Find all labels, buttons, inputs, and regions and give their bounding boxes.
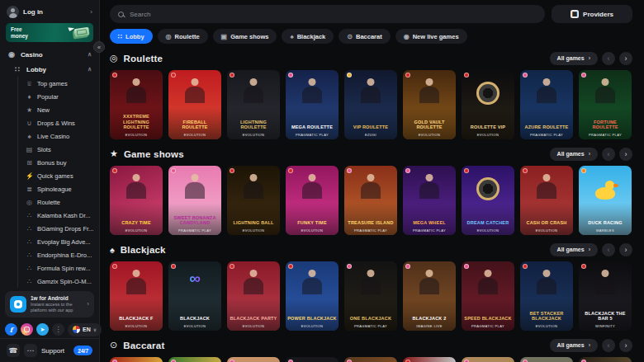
all-games-button[interactable]: All games› <box>550 148 598 161</box>
sidebar-item-live-casino[interactable]: ♠Live Casino <box>18 129 99 143</box>
game-card[interactable] <box>286 357 339 362</box>
login-button[interactable]: Log in › <box>0 0 99 23</box>
game-card[interactable] <box>462 357 514 362</box>
next-arrow-button[interactable]: › <box>619 243 632 256</box>
collapse-sidebar-button[interactable]: « <box>93 41 105 53</box>
chat-icon[interactable]: ⋯ <box>24 344 37 357</box>
next-arrow-button[interactable]: › <box>619 52 632 65</box>
sidebar-item-gamzix-spin[interactable]: ∴Gamzix Spin-O-M... <box>18 275 99 288</box>
card-art <box>126 270 146 294</box>
sidebar-item-spinoleague[interactable]: ≣Spinoleague <box>18 182 99 195</box>
sidebar-item-evoplay-big[interactable]: ∴Evoplay Big Adve... <box>18 235 99 248</box>
card-art <box>476 177 500 200</box>
game-card[interactable]: BlackjackEVOLUTION <box>168 261 221 331</box>
facebook-icon[interactable]: f <box>5 323 17 336</box>
prev-arrow-button[interactable]: ‹ <box>602 339 615 352</box>
more-socials-button[interactable]: ⋮ <box>52 323 64 336</box>
search-input[interactable] <box>130 11 537 18</box>
tab-lobby[interactable]: ∷Lobby <box>110 29 153 44</box>
game-card[interactable] <box>579 357 632 362</box>
sidebar-item-casino[interactable]: ◉ Casino ∧ <box>0 47 99 62</box>
game-row: Crazy TimeEVOLUTION Sweet Bonanza CandyL… <box>110 166 632 235</box>
prev-arrow-button[interactable]: ‹ <box>602 52 615 65</box>
game-card[interactable]: Crazy TimeEVOLUTION <box>110 166 163 235</box>
game-card[interactable] <box>520 357 573 362</box>
android-app-promo[interactable]: 1w for Android Instant access to the pla… <box>5 291 94 317</box>
game-card[interactable]: Blackjack FEVOLUTION <box>110 261 163 331</box>
game-card[interactable] <box>227 357 280 362</box>
phone-icon[interactable]: ☎ <box>7 344 20 357</box>
game-card[interactable]: Sweet Bonanza CandyLandPRAGMATIC PLAY <box>168 166 221 235</box>
language-selector[interactable]: EN ∨ <box>68 323 102 336</box>
game-card[interactable]: Blackjack The Bar 5WINFINITY <box>579 261 632 331</box>
game-card[interactable]: Fortune RoulettePRAGMATIC PLAY <box>579 70 632 139</box>
game-card[interactable] <box>110 357 163 362</box>
sidebar-item-endorphina[interactable]: ∴Endorphina E-Dro... <box>18 248 99 261</box>
game-card[interactable]: Azure RoulettePRAGMATIC PLAY <box>520 70 573 139</box>
diamond-icon: ♦ <box>26 93 33 101</box>
game-card[interactable]: Dream CatcherEVOLUTION <box>462 166 514 235</box>
game-card[interactable]: Lightning BallEVOLUTION <box>227 166 280 235</box>
game-card[interactable]: Mega RoulettePRAGMATIC PLAY <box>286 70 339 139</box>
next-arrow-button[interactable]: › <box>619 148 632 161</box>
sidebar-item-popular[interactable]: ♦Popular <box>18 90 99 103</box>
all-games-button[interactable]: All games› <box>550 339 598 352</box>
game-card[interactable]: Blackjack 2IMAGINE LIVE <box>403 261 456 331</box>
sidebar-item-formula-spin[interactable]: ∴Formula Spin rew... <box>18 261 99 275</box>
tab-game-shows[interactable]: ▣Game shows <box>213 29 277 44</box>
sidebar-item-slots[interactable]: ▤Slots <box>18 143 99 156</box>
game-card[interactable]: Power BlackjackEVOLUTION <box>286 261 339 331</box>
providers-button[interactable]: ▦ Providers <box>552 5 632 23</box>
sidebar-item-top-games[interactable]: ♕Top games <box>18 77 99 90</box>
tab-blackjack[interactable]: ♠Blackjack <box>282 29 334 44</box>
game-card[interactable]: Fireball RouletteEVOLUTION <box>168 70 221 139</box>
instagram-icon[interactable] <box>21 323 33 336</box>
game-card[interactable] <box>403 357 456 362</box>
support-label[interactable]: Support <box>41 347 64 355</box>
game-card[interactable]: XXXtreme Lightning RouletteEVOLUTION <box>110 70 163 139</box>
game-card[interactable]: One BlackjackPRAGMATIC PLAY <box>344 261 397 331</box>
sidebar-item-bonus-buy[interactable]: ⊞Bonus buy <box>18 156 99 169</box>
all-games-button[interactable]: All games› <box>550 243 598 256</box>
game-card[interactable]: Cash or CrashEVOLUTION <box>520 166 573 235</box>
card-art <box>361 78 381 103</box>
sidebar-item-new[interactable]: ★New <box>18 103 99 116</box>
game-card[interactable]: Funky TimeEVOLUTION <box>286 166 339 235</box>
game-row: XXXtreme Lightning RouletteEVOLUTION Fir… <box>110 70 632 139</box>
search-bar[interactable] <box>110 5 545 23</box>
game-card[interactable]: Treasure IslandPRAGMATIC PLAY <box>344 166 397 235</box>
next-arrow-button[interactable]: › <box>619 339 632 352</box>
sidebar-item-roulette[interactable]: ◎Roulette <box>18 195 99 209</box>
game-card[interactable]: Bet Stacker BlackjackEVOLUTION <box>520 261 573 331</box>
game-card[interactable] <box>344 357 397 362</box>
game-card[interactable]: VIP RouletteEZUGI <box>344 70 397 139</box>
prev-arrow-button[interactable]: ‹ <box>602 148 615 161</box>
tab-new-live-games[interactable]: ◉New live games <box>395 29 467 44</box>
sidebar-item-drops-wins[interactable]: ∪Drops & Wins <box>18 116 99 129</box>
tab-baccarat[interactable]: ⊙Baccarat <box>339 29 390 44</box>
game-provider: MARBLES <box>579 228 632 233</box>
free-money-banner[interactable]: Free money <box>6 23 93 42</box>
game-title: Funky Time <box>287 220 337 226</box>
game-card[interactable]: Blackjack PartyEVOLUTION <box>227 261 280 331</box>
game-card[interactable]: Roulette VIPEVOLUTION <box>462 70 514 139</box>
sidebar-item-quick-games[interactable]: ⚡Quick games <box>18 169 99 182</box>
game-row: Blackjack FEVOLUTION BlackjackEVOLUTION … <box>110 261 632 331</box>
sidebar-item-bgaming-drops[interactable]: ∴BGaming Drops Fr... <box>18 222 99 235</box>
game-card[interactable]: Duck RacingMARBLES <box>579 166 632 235</box>
game-card[interactable]: Lightning RouletteEVOLUTION <box>227 70 280 139</box>
game-card[interactable]: Gold Vault RouletteEVOLUTION <box>403 70 456 139</box>
game-card[interactable]: Mega WheelPRAGMATIC PLAY <box>403 166 456 235</box>
game-title: Blackjack F <box>111 316 161 322</box>
all-games-button[interactable]: All games› <box>550 52 598 65</box>
sidebar-item-lobby[interactable]: ∷ Lobby ∧ <box>0 62 99 77</box>
game-card[interactable] <box>168 357 221 362</box>
sidebar-item-label: Popular <box>37 93 59 101</box>
prev-arrow-button[interactable]: ‹ <box>602 243 615 256</box>
flying-money-illustration <box>73 27 89 37</box>
chevron-down-icon: ∨ <box>93 327 97 332</box>
tab-roulette[interactable]: ◎Roulette <box>158 29 208 44</box>
game-card[interactable]: Speed BlackjackPRAGMATIC PLAY <box>462 261 514 331</box>
telegram-icon[interactable]: ➤ <box>36 323 49 336</box>
sidebar-item-kalamba-kash[interactable]: ∴Kalamba Kash Dr... <box>18 209 99 222</box>
